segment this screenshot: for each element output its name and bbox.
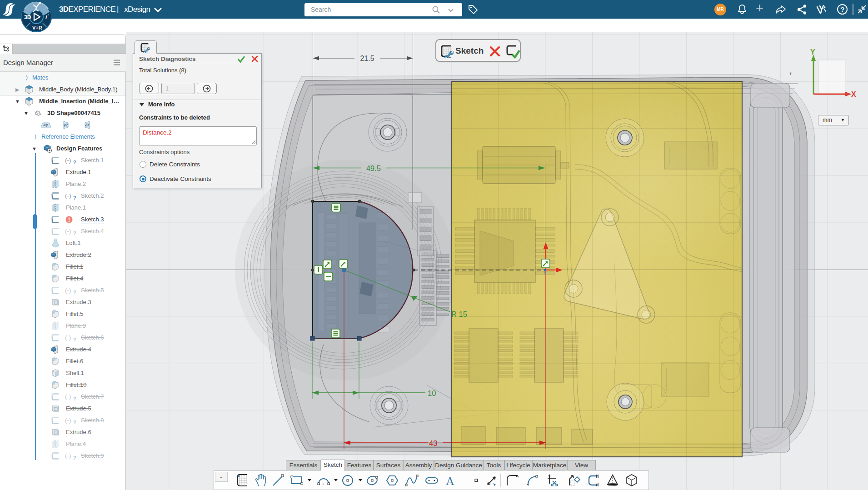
svg-text:yz: yz xyxy=(63,122,68,127)
svg-text:Y: Y xyxy=(810,48,815,56)
svg-text:A: A xyxy=(446,475,454,488)
svg-text:?: ? xyxy=(840,5,844,13)
svg-text:R 15: R 15 xyxy=(451,310,467,318)
svg-text:21.5: 21.5 xyxy=(360,55,374,62)
svg-text:V+R: V+R xyxy=(32,25,42,30)
svg-text:X: X xyxy=(851,90,856,98)
svg-text:10: 10 xyxy=(428,389,436,397)
svg-text:43: 43 xyxy=(429,439,437,447)
svg-text:zx: zx xyxy=(85,122,90,127)
svg-text:49.5: 49.5 xyxy=(366,164,381,172)
